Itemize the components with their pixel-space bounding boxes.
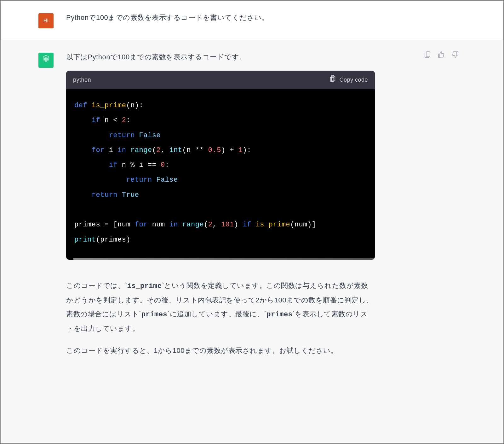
thumbs-up-button[interactable]: [437, 52, 445, 60]
copy-code-label: Copy code: [339, 75, 368, 85]
copy-code-button[interactable]: Copy code: [329, 75, 368, 85]
assistant-intro-text: 以下はPythonで100までの素数を表示するコードです。: [66, 51, 411, 62]
clipboard-icon: [424, 51, 431, 61]
assistant-message-row: 以下はPythonで100までの素数を表示するコードです。 python Cop…: [1, 40, 503, 443]
message-actions: [423, 52, 459, 432]
thumbs-down-icon: [451, 51, 459, 61]
openai-logo-icon: [41, 54, 51, 66]
svg-point-0: [45, 58, 47, 60]
explanation-paragraph-2: このコードを実行すると、1から100までの素数が表示されます。お試しください。: [66, 344, 375, 358]
assistant-message-content: 以下はPythonで100までの素数を表示するコードです。 python Cop…: [66, 51, 411, 432]
code-block: python Copy code def is_prime(n): if n: [66, 71, 375, 260]
code-content[interactable]: def is_prime(n): if n < 2: return False …: [66, 89, 375, 260]
thumbs-up-icon: [438, 51, 445, 61]
user-avatar-text: HI: [43, 17, 49, 25]
assistant-avatar: [38, 53, 54, 68]
chat-frame: HI Pythonで100までの素数を表示するコードを書いてください。 以下はP…: [0, 0, 504, 444]
code-block-header: python Copy code: [66, 71, 375, 89]
user-avatar: HI: [38, 13, 54, 28]
user-message-text: Pythonで100までの素数を表示するコードを書いてください。: [66, 12, 459, 23]
svg-rect-1: [332, 76, 335, 81]
inline-code-primes-1: primes: [141, 311, 167, 318]
code-language-label: python: [73, 75, 91, 85]
copy-message-button[interactable]: [423, 52, 432, 60]
thumbs-down-button[interactable]: [451, 52, 459, 60]
inline-code-primes-2: primes: [266, 311, 292, 318]
svg-rect-3: [426, 52, 430, 57]
explanation-paragraph-1: このコードでは、`is_prime`という関数を定義しています。この関数は与えら…: [66, 279, 375, 336]
clipboard-icon: [329, 75, 336, 85]
user-message-row: HI Pythonで100までの素数を表示するコードを書いてください。: [1, 1, 503, 40]
inline-code-is-prime: is_prime: [127, 282, 162, 290]
user-message-content: Pythonで100までの素数を表示するコードを書いてください。: [66, 12, 459, 28]
assistant-explanation: このコードでは、`is_prime`という関数を定義しています。この関数は与えら…: [66, 279, 375, 358]
